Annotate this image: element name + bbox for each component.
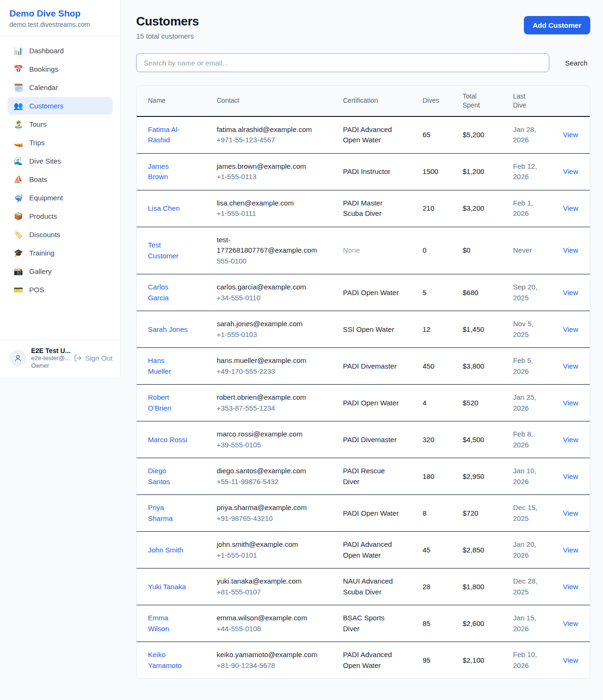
customer-email: emma.wilson@example.com	[217, 613, 330, 624]
table-row: John Smith john.smith@example.com+1-555-…	[137, 532, 590, 568]
table-row: James Brown james.brown@example.com+1-55…	[137, 153, 590, 190]
sidebar-item-products[interactable]: 📦 Products	[8, 207, 113, 225]
customers-table: Name Contact Certification Dives Total S…	[137, 86, 590, 678]
sign-out-button[interactable]: Sign Out	[74, 354, 113, 362]
customer-name-link[interactable]: Yuki Tanaka	[148, 583, 186, 591]
sidebar-item-tours[interactable]: 🏝️ Tours	[8, 115, 113, 133]
view-customer-link[interactable]: View	[563, 399, 578, 407]
customer-dives: 210	[423, 190, 463, 227]
search-input[interactable]	[136, 53, 549, 72]
view-customer-link[interactable]: View	[563, 204, 578, 212]
customer-last-dive: Jan 25, 2026	[513, 385, 563, 421]
sidebar-item-boats[interactable]: ⛵ Boats	[8, 171, 113, 188]
customer-name-link[interactable]: Fatima Al-Rashid	[148, 125, 180, 144]
customer-total-spent: $4,500	[463, 421, 513, 458]
sidebar-item-label: Discounts	[29, 231, 60, 239]
customer-name-link[interactable]: Robert O'Brien	[148, 393, 171, 412]
customer-certification: PADI Instructor	[343, 153, 423, 190]
customer-dives: 1500	[423, 153, 463, 190]
customer-phone: +1-555-0113	[217, 172, 330, 182]
customer-name-link[interactable]: Emma Wilson	[148, 614, 169, 633]
training-gradcap-icon: 🎓	[13, 248, 24, 257]
table-row: Diego Santos diego.santos@example.com+55…	[137, 458, 590, 495]
customer-name-link[interactable]: Priya Sharma	[148, 503, 173, 522]
view-customer-link[interactable]: View	[563, 362, 578, 370]
sidebar-item-gallery[interactable]: 📸 Gallery	[8, 263, 113, 280]
customers-people-icon: 👥	[13, 101, 24, 110]
customer-phone: 555-0100	[217, 256, 330, 267]
view-customer-link[interactable]: View	[563, 325, 578, 333]
view-customer-link[interactable]: View	[563, 472, 578, 480]
customer-certification: PADI Open Water	[343, 385, 423, 421]
view-customer-link[interactable]: View	[563, 288, 578, 296]
customer-dives: 180	[423, 458, 463, 495]
table-row: Hans Mueller hans.mueller@example.com+49…	[137, 348, 590, 385]
user-email: e2e-tester@...	[31, 354, 69, 362]
sidebar-nav: 📊 Dashboard 📅 Bookings 🗓️ Calendar 👥 Cus…	[0, 36, 120, 303]
view-customer-link[interactable]: View	[563, 619, 578, 627]
view-customer-link[interactable]: View	[563, 546, 578, 554]
sidebar-item-discounts[interactable]: 🏷️ Discounts	[8, 226, 113, 243]
sidebar-item-equipment[interactable]: 🤿 Equipment	[8, 189, 113, 206]
customer-certification: PADI Open Water	[343, 274, 423, 311]
customer-certification: PADI Open Water	[343, 495, 423, 532]
customer-name-link[interactable]: Lisa Chen	[148, 204, 180, 212]
view-customer-link[interactable]: View	[563, 246, 578, 254]
customer-last-dive: Feb 12, 2026	[513, 153, 563, 190]
customer-total-spent: $0	[463, 227, 513, 274]
customer-total-spent: $1,450	[463, 311, 513, 348]
view-customer-link[interactable]: View	[563, 509, 578, 517]
person-icon	[14, 354, 22, 362]
sidebar-item-label: Customers	[29, 102, 64, 110]
customer-name-link[interactable]: John Smith	[148, 546, 183, 554]
sidebar-item-customers[interactable]: 👥 Customers	[8, 97, 113, 115]
customer-certification: PADI Advanced Open Water	[343, 642, 423, 679]
customer-name-link[interactable]: Keiko Yamamoto	[148, 651, 181, 669]
customer-dives: 65	[423, 116, 463, 154]
view-customer-link[interactable]: View	[563, 167, 578, 175]
customer-certification: SSI Open Water	[343, 311, 423, 348]
sidebar-item-dashboard[interactable]: 📊 Dashboard	[8, 42, 113, 59]
customer-total-spent: $2,600	[463, 605, 513, 642]
sidebar-item-bookings[interactable]: 📅 Bookings	[8, 60, 113, 78]
table-row: Lisa Chen lisa.chen@example.com+1-555-01…	[137, 190, 590, 227]
add-customer-button[interactable]: Add Customer	[524, 16, 590, 34]
customer-name-link[interactable]: James Brown	[148, 162, 169, 181]
sidebar-item-trips[interactable]: 🚤 Trips	[8, 134, 113, 151]
customer-email: james.brown@example.com	[217, 161, 330, 172]
table-row: Test Customer test-1772681807767@example…	[137, 227, 590, 274]
customer-email: fatima.alrashid@example.com	[217, 124, 330, 135]
view-customer-link[interactable]: View	[563, 656, 578, 664]
customer-name-link[interactable]: Hans Mueller	[148, 356, 171, 375]
customer-name-link[interactable]: Marco Rossi	[148, 436, 187, 444]
gallery-camera-icon: 📸	[13, 267, 24, 276]
pos-card-icon: 💳	[13, 285, 24, 294]
sidebar-item-training[interactable]: 🎓 Training	[8, 244, 113, 262]
sidebar-item-pos[interactable]: 💳 POS	[8, 281, 113, 298]
customer-certification: PADI Rescue Diver	[343, 458, 423, 495]
view-customer-link[interactable]: View	[563, 583, 578, 591]
customer-name-link[interactable]: Sarah Jones	[148, 325, 187, 333]
user-name: E2E Test U...	[31, 347, 69, 354]
shop-name: Demo Dive Shop	[9, 8, 111, 19]
dive-sites-wave-icon: 🌊	[13, 156, 24, 165]
table-row: Keiko Yamamoto keiko.yamamoto@example.co…	[137, 642, 590, 679]
customer-last-dive: Feb 10, 2026	[513, 642, 563, 679]
sidebar-item-label: Training	[29, 249, 55, 257]
sidebar-item-dive-sites[interactable]: 🌊 Dive Sites	[8, 152, 113, 170]
sidebar-item-calendar[interactable]: 🗓️ Calendar	[8, 79, 113, 96]
customer-name-link[interactable]: Diego Santos	[148, 467, 170, 486]
customer-name-link[interactable]: Test Customer	[148, 241, 179, 260]
customer-name-link[interactable]: Carlos Garcia	[148, 283, 169, 302]
page-header-text: Customers 15 total customers	[136, 14, 199, 40]
customer-email: carlos.garcia@example.com	[217, 282, 330, 293]
customer-dives: 45	[423, 532, 463, 568]
customer-total-spent: $2,100	[463, 642, 513, 679]
view-customer-link[interactable]: View	[563, 131, 578, 139]
customer-last-dive: Jan 15, 2026	[513, 605, 563, 642]
sidebar-item-label: Dashboard	[29, 47, 64, 55]
view-customer-link[interactable]: View	[563, 436, 578, 444]
sidebar-item-label: Gallery	[29, 267, 52, 275]
search-button[interactable]: Search	[562, 55, 590, 71]
sidebar: Demo Dive Shop demo.test.divestreams.com…	[0, 0, 121, 377]
